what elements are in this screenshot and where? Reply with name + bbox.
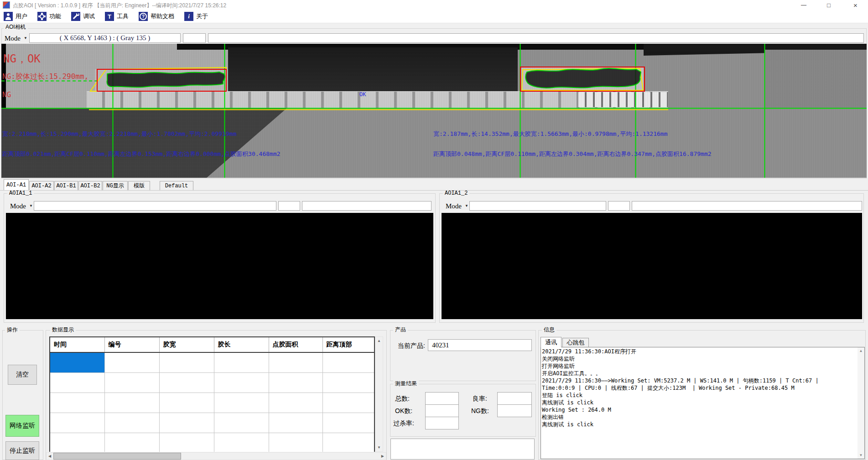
- table-cell[interactable]: [50, 413, 104, 433]
- col-header-dist-top[interactable]: 距离顶部: [322, 337, 374, 352]
- table-cell[interactable]: [159, 373, 214, 393]
- table-cell[interactable]: [269, 433, 322, 452]
- scroll-up-icon[interactable]: ▲: [377, 337, 381, 343]
- minimize-button[interactable]: —: [793, 0, 815, 10]
- col-header-time[interactable]: 时间: [50, 337, 104, 352]
- table-cell[interactable]: [104, 433, 159, 452]
- panel1-mode-dropdown[interactable]: Mode▼: [10, 202, 33, 211]
- tab-aoi-a2[interactable]: AOI-A2: [29, 181, 54, 190]
- title-bar: 点胶AOI [ Version : 1.0.0.9 ] 程序 【当前用户: En…: [0, 0, 868, 10]
- tab-ng-display[interactable]: NG显示: [103, 181, 128, 190]
- stop-listen-button[interactable]: 停止监听: [5, 441, 39, 460]
- table-cell[interactable]: [159, 433, 214, 452]
- table-hscrollbar-thumb[interactable]: [53, 453, 181, 460]
- toolbar-label: 用户: [16, 12, 27, 21]
- log-line: 2021/7/29 11:36:30——>Working Set: VM:523…: [542, 377, 856, 384]
- table-row[interactable]: [50, 352, 374, 373]
- close-button[interactable]: ×: [843, 0, 868, 10]
- ng-count-field[interactable]: [497, 404, 532, 417]
- scroll-up-icon[interactable]: ▲: [859, 347, 863, 353]
- toolbar-button-help[interactable]: ? 帮助文档: [139, 12, 174, 21]
- toolbar-button-debug[interactable]: 调试: [71, 12, 95, 21]
- table-row[interactable]: [50, 373, 374, 393]
- panel2-field-3[interactable]: [632, 201, 862, 211]
- col-header-glue-length[interactable]: 胶长: [214, 337, 269, 352]
- table-vscrollbar[interactable]: ▲ ▼: [375, 336, 383, 452]
- table-cell[interactable]: [269, 373, 322, 393]
- maximize-button[interactable]: □: [818, 0, 840, 10]
- log-line: Working Set : 264.0 M: [542, 406, 856, 413]
- scroll-right-icon[interactable]: ▶: [381, 454, 386, 458]
- panel2-mode-dropdown[interactable]: Mode▼: [446, 202, 468, 211]
- yield-field[interactable]: [497, 392, 532, 405]
- col-header-glue-area[interactable]: 点胶面积: [269, 337, 322, 352]
- tab-heartbeat[interactable]: 心跳包: [562, 338, 589, 347]
- table-cell[interactable]: [159, 352, 214, 373]
- camera-image-view[interactable]: NG，OK NG:胶体过长:15.290mm, NG OK 宽:2.218mm,…: [1, 44, 867, 178]
- panel1-image-view[interactable]: [6, 213, 433, 319]
- col-header-id[interactable]: 编号: [104, 337, 159, 352]
- total-field[interactable]: [425, 392, 459, 405]
- data-table: 时间 编号 胶宽 胶长 点胶面积 距离顶部: [49, 336, 375, 452]
- panel1-field-3[interactable]: [302, 201, 431, 211]
- table-cell[interactable]: [322, 373, 374, 393]
- tab-aoi-b2[interactable]: AOI-B2: [78, 181, 102, 190]
- table-cell[interactable]: [104, 352, 159, 373]
- panel1-field-2[interactable]: [278, 201, 300, 211]
- tab-comm[interactable]: 通讯: [541, 337, 561, 347]
- table-row[interactable]: [50, 433, 374, 452]
- table-cell[interactable]: [214, 352, 269, 373]
- toolbar-button-user[interactable]: 用户: [4, 12, 27, 21]
- col-header-glue-width[interactable]: 胶宽: [159, 337, 214, 352]
- camera-mode-dropdown[interactable]: Mode▼: [5, 34, 27, 43]
- network-listen-button[interactable]: 网络监听: [5, 415, 39, 437]
- table-cell[interactable]: [322, 433, 374, 452]
- table-cell[interactable]: [269, 352, 322, 373]
- scroll-left-icon[interactable]: ◀: [47, 454, 51, 458]
- table-cell[interactable]: [322, 393, 374, 413]
- toolbar-button-tools[interactable]: T 工具: [105, 12, 129, 21]
- table-cell[interactable]: [214, 393, 269, 413]
- current-product-field[interactable]: 40231: [428, 339, 532, 351]
- table-cell[interactable]: [104, 393, 159, 413]
- camera-aux-field-1[interactable]: [183, 33, 206, 43]
- table-cell[interactable]: [214, 413, 269, 433]
- clear-button[interactable]: 清空: [8, 365, 37, 385]
- table-cell[interactable]: [322, 413, 374, 433]
- log-box[interactable]: 2021/7/29 11:36:30:AOI程序打开 关闭网络监听 打开网络监听…: [541, 347, 865, 459]
- panel2-field-1[interactable]: [469, 201, 606, 211]
- table-row[interactable]: [50, 393, 374, 413]
- table-cell[interactable]: [269, 393, 322, 413]
- tab-default[interactable]: Default: [160, 181, 193, 190]
- table-cell[interactable]: [50, 393, 104, 413]
- panel1-field-1[interactable]: [34, 201, 276, 211]
- tab-aoi-a1[interactable]: AOI-A1: [4, 179, 29, 190]
- table-cell[interactable]: [104, 413, 159, 433]
- table-row[interactable]: [50, 413, 374, 433]
- ok-count-field[interactable]: [425, 404, 459, 417]
- table-cell[interactable]: [104, 373, 159, 393]
- table-cell[interactable]: [214, 433, 269, 452]
- overkill-field[interactable]: [425, 417, 459, 429]
- table-cell[interactable]: [322, 352, 374, 373]
- table-cell[interactable]: [50, 433, 104, 452]
- table-cell[interactable]: [214, 373, 269, 393]
- tab-template[interactable]: 模版: [128, 181, 150, 190]
- scroll-down-icon[interactable]: ▼: [859, 453, 863, 459]
- log-line: 离线测试 is click: [542, 421, 856, 428]
- log-vscrollbar[interactable]: ▲ ▼: [858, 347, 864, 459]
- table-cell[interactable]: [159, 393, 214, 413]
- camera-aux-field-2[interactable]: [208, 33, 864, 43]
- toolbar-button-about[interactable]: i 关于: [184, 12, 208, 21]
- table-cell[interactable]: [159, 413, 214, 433]
- table-cell[interactable]: [269, 413, 322, 433]
- panel2-field-2[interactable]: [608, 201, 630, 211]
- camera-coords-field[interactable]: ( X 6568, Y 1463 ) : ( Gray 135 ): [29, 33, 181, 43]
- panel2-image-view[interactable]: [442, 213, 862, 319]
- measure-group-label: 测量结果: [393, 381, 419, 387]
- toolbar-button-function[interactable]: 功能: [37, 12, 61, 21]
- scroll-down-icon[interactable]: ▼: [377, 445, 381, 451]
- table-cell[interactable]: [50, 352, 104, 373]
- table-cell[interactable]: [50, 373, 104, 393]
- tab-aoi-b1[interactable]: AOI-B1: [54, 181, 78, 190]
